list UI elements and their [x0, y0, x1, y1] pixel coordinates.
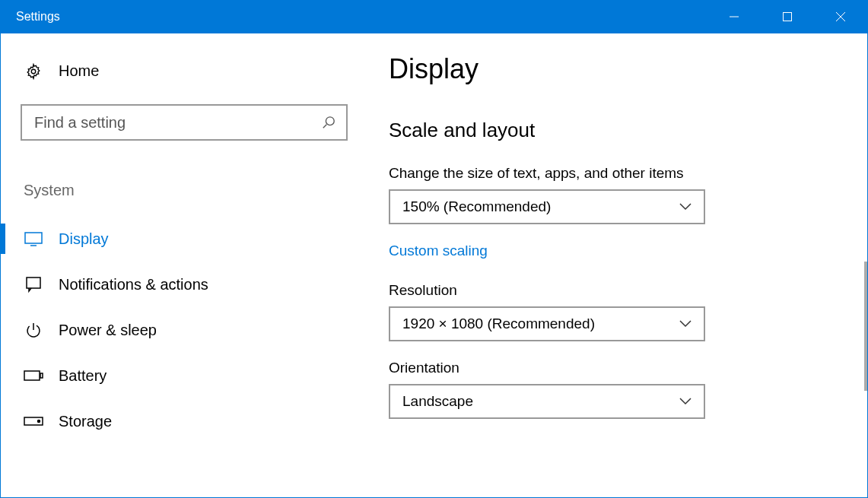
storage-icon — [24, 416, 43, 427]
page-title: Display — [389, 53, 852, 85]
sidebar: Home System Display — [1, 33, 358, 497]
sidebar-item-label: Power & sleep — [59, 322, 157, 339]
titlebar: Settings — [1, 0, 867, 33]
window-title: Settings — [1, 10, 60, 24]
svg-rect-1 — [784, 13, 792, 21]
window-body: Home System Display — [1, 33, 867, 497]
close-icon — [835, 11, 846, 22]
svg-rect-9 — [27, 278, 40, 288]
minimize-icon — [729, 11, 739, 22]
svg-point-5 — [326, 117, 334, 125]
svg-line-6 — [323, 125, 327, 128]
svg-rect-7 — [25, 233, 42, 243]
power-icon — [24, 322, 43, 338]
content-pane: Display Scale and layout Change the size… — [358, 33, 867, 497]
chevron-down-icon — [679, 320, 692, 328]
settings-window: Settings Home — [0, 0, 868, 498]
search-box[interactable] — [21, 104, 348, 141]
nav-list: Display Notifications & actions Power & … — [21, 216, 351, 444]
resolution-value: 1920 × 1080 (Recommended) — [402, 316, 679, 332]
display-icon — [24, 231, 43, 246]
resolution-label: Resolution — [389, 282, 852, 299]
sidebar-item-label: Notifications & actions — [59, 276, 208, 293]
section-title: Scale and layout — [389, 119, 852, 142]
scrollbar[interactable] — [864, 262, 867, 391]
home-button[interactable]: Home — [21, 53, 351, 89]
resolution-dropdown[interactable]: 1920 × 1080 (Recommended) — [389, 306, 705, 341]
chevron-down-icon — [679, 203, 692, 211]
chevron-down-icon — [679, 398, 692, 405]
sidebar-item-display[interactable]: Display — [21, 216, 351, 262]
svg-point-15 — [38, 420, 40, 423]
custom-scaling-link[interactable]: Custom scaling — [389, 243, 852, 259]
svg-rect-12 — [24, 371, 40, 380]
svg-point-4 — [31, 69, 36, 74]
minimize-button[interactable] — [707, 0, 761, 33]
notifications-icon — [24, 276, 43, 293]
search-input[interactable] — [33, 113, 322, 132]
sidebar-item-label: Battery — [59, 367, 107, 385]
scaling-dropdown[interactable]: 150% (Recommended) — [389, 189, 705, 224]
maximize-button[interactable] — [761, 0, 814, 33]
sidebar-item-label: Display — [59, 230, 109, 248]
orientation-dropdown[interactable]: Landscape — [389, 384, 705, 419]
home-label: Home — [59, 62, 99, 80]
sidebar-item-label: Storage — [59, 413, 112, 430]
close-button[interactable] — [814, 0, 867, 33]
battery-icon — [24, 370, 43, 382]
scaling-label: Change the size of text, apps, and other… — [389, 165, 852, 182]
search-icon — [322, 116, 335, 129]
maximize-icon — [782, 11, 793, 22]
sidebar-item-power-sleep[interactable]: Power & sleep — [21, 307, 351, 353]
orientation-value: Landscape — [402, 393, 679, 410]
sidebar-item-notifications[interactable]: Notifications & actions — [21, 262, 351, 307]
svg-rect-13 — [40, 373, 43, 378]
orientation-label: Orientation — [389, 360, 852, 376]
sidebar-item-storage[interactable]: Storage — [21, 398, 351, 444]
category-label: System — [21, 182, 351, 199]
sidebar-item-battery[interactable]: Battery — [21, 353, 351, 398]
gear-icon — [24, 63, 43, 80]
scaling-value: 150% (Recommended) — [402, 198, 679, 215]
